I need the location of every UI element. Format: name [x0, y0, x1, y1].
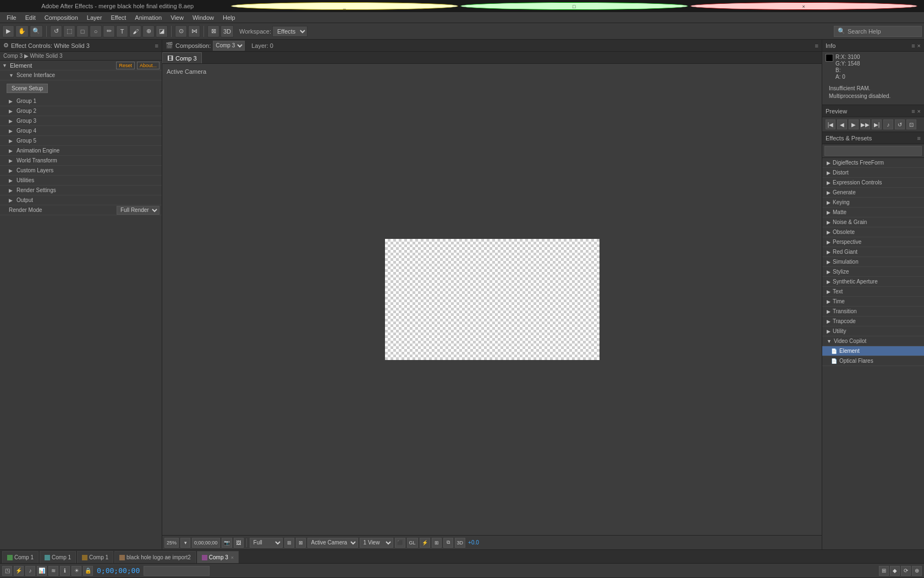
group4-row[interactable]: ▶ Group 4 — [0, 126, 162, 136]
info-menu[interactable]: ≡ — [911, 42, 915, 49]
menu-effect[interactable]: Effect — [106, 12, 130, 23]
prev-audio[interactable]: ♪ — [883, 119, 893, 129]
ep-item-video-copilot[interactable]: ▼Video Copilot — [822, 336, 924, 346]
region-btn[interactable]: ⊞ — [284, 538, 294, 548]
group5-row[interactable]: ▶ Group 5 — [0, 136, 162, 146]
element-section[interactable]: ▼ Element Reset About... — [0, 61, 162, 70]
grid-btn[interactable]: ⊞ — [432, 538, 442, 548]
about-button[interactable]: About... — [137, 62, 160, 69]
ep-item-text[interactable]: ▶Text — [822, 287, 924, 297]
prev-first[interactable]: |◀ — [826, 119, 835, 129]
show-snapshot-btn[interactable]: 🖼 — [234, 538, 244, 548]
menu-file[interactable]: File — [2, 12, 21, 23]
workspace-select[interactable]: Effects — [272, 26, 307, 37]
tl-info-btn[interactable]: ℹ — [60, 566, 70, 576]
ep-item-red-giant[interactable]: ▶Red Giant — [822, 247, 924, 257]
bottom-tab-4[interactable]: Comp 3× — [197, 551, 239, 563]
prev-loop[interactable]: ↺ — [895, 119, 905, 129]
prev-forward[interactable]: ▶▶ — [860, 119, 870, 129]
group2-row[interactable]: ▶ Group 2 — [0, 106, 162, 116]
preview-menu[interactable]: ≡ — [911, 108, 915, 114]
camera-select[interactable]: Active Camera — [307, 538, 358, 548]
view-select[interactable]: 1 View 2 Views 4 Views — [360, 538, 393, 548]
ep-item-generate[interactable]: ▶Generate — [822, 188, 924, 198]
menu-view[interactable]: View — [166, 12, 188, 23]
comp-tab-3[interactable]: 🎞 Comp 3 — [162, 52, 202, 63]
tl-expression-btn[interactable]: ⊕ — [912, 566, 922, 576]
utilities-row[interactable]: ▶ Utilities — [0, 176, 162, 186]
tl-keyframe-btn[interactable]: ◆ — [890, 566, 900, 576]
gl-btn[interactable]: GL — [407, 538, 418, 548]
btab-close-4[interactable]: × — [231, 552, 234, 564]
maximize-btn[interactable]: □ — [460, 2, 688, 10]
reset-button[interactable]: Reset — [116, 62, 135, 69]
comp-name-select[interactable]: Comp 3 — [213, 41, 245, 51]
bottom-tab-0[interactable]: Comp 1 — [2, 551, 38, 563]
close-btn[interactable]: × — [690, 2, 918, 10]
ep-item-expression-controls[interactable]: ▶Expression Controls — [822, 178, 924, 188]
zoom-dropdown[interactable]: ▾ — [180, 538, 190, 548]
ep-item-keying[interactable]: ▶Keying — [822, 198, 924, 208]
ep-item-optical-flares[interactable]: 📄Optical Flares — [822, 356, 924, 366]
transparency-btn[interactable]: ⊠ — [296, 538, 306, 548]
custom-layers-row[interactable]: ▶ Custom Layers — [0, 166, 162, 176]
search-help-box[interactable]: 🔍 Search Help — [834, 26, 922, 37]
tool-puppet[interactable]: ⋈ — [188, 25, 200, 37]
tl-snap-btn[interactable]: ⊞ — [879, 566, 889, 576]
tool-text[interactable]: T — [116, 25, 128, 37]
ep-item-noise-&-grain[interactable]: ▶Noise & Grain — [822, 217, 924, 227]
preview-close[interactable]: × — [917, 108, 921, 114]
fast-preview-btn[interactable]: ⚡ — [420, 538, 430, 548]
menu-edit[interactable]: Edit — [21, 12, 40, 23]
ep-item-synthetic-aperture[interactable]: ▶Synthetic Aperture — [822, 277, 924, 287]
tl-search-input[interactable] — [144, 566, 210, 576]
tl-draft-btn[interactable]: ⚡ — [14, 566, 24, 576]
ep-item-distort[interactable]: ▶Distort — [822, 168, 924, 178]
tool-3d[interactable]: 3D — [221, 25, 234, 37]
tool-eraser[interactable]: ◪ — [156, 25, 168, 37]
tool-rect[interactable]: □ — [76, 25, 89, 37]
prev-back[interactable]: ◀ — [837, 119, 847, 129]
menu-help[interactable]: Help — [218, 12, 240, 23]
ep-item-obsolete[interactable]: ▶Obsolete — [822, 227, 924, 237]
tool-brush[interactable]: 🖌 — [129, 25, 141, 37]
bottom-tab-2[interactable]: Comp 1 — [77, 551, 113, 563]
menu-animation[interactable]: Animation — [130, 12, 166, 23]
ep-item-time[interactable]: ▶Time — [822, 297, 924, 307]
ep-item-perspective[interactable]: ▶Perspective — [822, 237, 924, 247]
group1-row[interactable]: ▶ Group 1 — [0, 96, 162, 106]
tl-motion-btn[interactable]: ⟳ — [901, 566, 911, 576]
animation-engine-row[interactable]: ▶ Animation Engine — [0, 146, 162, 156]
tl-lock-btn[interactable]: 🔒 — [83, 566, 93, 576]
output-row[interactable]: ▶ Output — [0, 195, 162, 205]
ep-search-input[interactable] — [824, 146, 922, 156]
3d-btn[interactable]: 3D — [455, 538, 466, 548]
render-settings-row[interactable]: ▶ Render Settings — [0, 186, 162, 195]
tl-collapse-btn[interactable]: ◳ — [2, 566, 12, 576]
info-close[interactable]: × — [917, 42, 921, 49]
menu-window[interactable]: Window — [188, 12, 218, 23]
bottom-tab-1[interactable]: Comp 1 — [40, 551, 76, 563]
timecode-display[interactable]: 0;00;00;00 — [192, 538, 220, 548]
tl-chart-btn[interactable]: 📊 — [37, 566, 47, 576]
tl-mute-btn[interactable]: ♪ — [25, 566, 35, 576]
tool-clone[interactable]: ⊕ — [142, 25, 155, 37]
bottom-tab-3[interactable]: black hole logo ae import2 — [114, 551, 196, 563]
color-swatch[interactable] — [826, 54, 833, 62]
scene-setup-button[interactable]: Scene Setup — [7, 84, 48, 93]
menu-composition[interactable]: Composition — [40, 12, 82, 23]
effect-controls-menu[interactable]: ≡ — [155, 42, 158, 49]
scene-interface-row[interactable]: ▼ Scene Interface — [0, 70, 162, 80]
ep-item-transition[interactable]: ▶Transition — [822, 307, 924, 317]
group3-row[interactable]: ▶ Group 3 — [0, 116, 162, 126]
proportion-btn[interactable]: ⧉ — [443, 538, 453, 548]
ep-item-trapcode[interactable]: ▶Trapcode — [822, 317, 924, 326]
tool-roto[interactable]: ⊙ — [175, 25, 187, 37]
tool-ellipse[interactable]: ○ — [90, 25, 102, 37]
render-btn[interactable]: ⬛ — [395, 538, 405, 548]
world-transform-row[interactable]: ▶ World Transform — [0, 156, 162, 166]
menu-layer[interactable]: Layer — [82, 12, 107, 23]
minimize-btn[interactable]: _ — [231, 2, 459, 10]
tl-graph-btn[interactable]: ≋ — [48, 566, 58, 576]
viewer-body[interactable]: Active Camera — [162, 64, 822, 535]
